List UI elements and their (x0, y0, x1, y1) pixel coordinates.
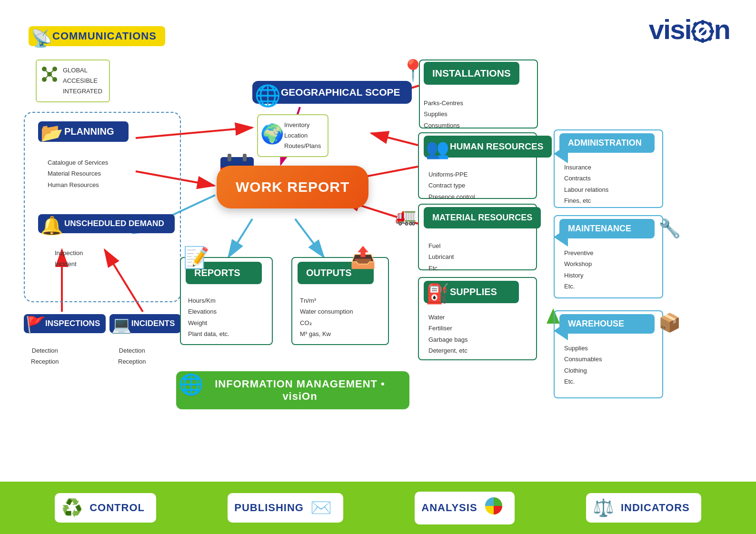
planning-box: 📂 PLANNING (38, 121, 129, 142)
outputs-box: 📤 OUTPUTS (298, 262, 374, 284)
human-label: HUMAN RESOURCES (450, 141, 543, 151)
bottom-indicators: ⚖️ INDICATORS (586, 493, 701, 523)
fuel-icon: ⛽ (426, 283, 449, 305)
inspections-text: Detection Reception (31, 345, 59, 367)
svg-line-35 (50, 74, 55, 79)
warehouse-box: 📦 WAREHOUSE (559, 314, 655, 334)
svg-line-7 (371, 133, 418, 145)
control-label: CONTROL (90, 502, 145, 514)
installations-label: INSTALLATIONS (432, 68, 511, 79)
geo-label: GEOGRAPHICAL SCOPE (281, 87, 400, 98)
indicators-label: INDICATORS (621, 502, 690, 514)
comm-sub-line2: ACCESIBLE (63, 76, 102, 86)
inspections-label: INSPECTIONS (45, 319, 100, 328)
unscheduled-label: UNSCHEDULED DEMAND (64, 219, 164, 228)
logo-gear-icon (690, 19, 715, 44)
computer-icon: 💻 (111, 315, 131, 334)
incidents-text: Detection Reception (118, 345, 146, 367)
globe-icon: 🌐 (255, 83, 281, 108)
communications-sub-box: GLOBAL ACCESIBLE INTEGRATED (36, 59, 110, 102)
flag-icon: 🚩 (26, 315, 46, 334)
warehouse-label: WAREHOUSE (568, 319, 624, 328)
svg-rect-18 (701, 20, 704, 25)
warehouse-text: Supplies Consumables Clothing Etc. (564, 343, 602, 387)
geo-sub-box: 🌍 Inventory Location Routes/Plans (257, 114, 328, 157)
svg-line-32 (44, 69, 50, 74)
human-resources-box: 👥 HUMAN RESOURCES (424, 136, 552, 158)
admin-label: ADMINISTRATION (568, 138, 642, 148)
installations-box: 📍 INSTALLATIONS (424, 62, 519, 85)
bottom-analysis: ANALYSIS (415, 492, 514, 524)
incidents-label: INCIDENTS (131, 319, 175, 328)
info-mgmt-icon: 🌐 (179, 373, 204, 396)
administration-box: 🖨 ADMINISTRATION (559, 133, 655, 153)
geo-scope-box: 🌐 GEOGRAPHICAL SCOPE (252, 81, 412, 104)
maintenance-box: 🔧 MAINTENANCE (559, 219, 655, 238)
svg-rect-20 (691, 30, 696, 33)
info-management-bar: 🌐 INFORMATION MANAGEMENT • visiOn (176, 371, 409, 409)
geo-sub-icon: 🌍 (260, 118, 284, 150)
human-resources-text: Uniforms-PPE Contract type Presence cont… (428, 169, 475, 202)
svg-line-11 (229, 219, 252, 257)
people-icon: 👥 (426, 138, 449, 160)
communications-label: COMMUNICATIONS (52, 30, 157, 42)
maintenance-label: MAINTENANCE (568, 224, 631, 233)
comm-sub-line1: GLOBAL (63, 65, 102, 76)
comm-sub-line3: INTEGRATED (63, 86, 102, 97)
outputs-text: Tn/m³ Water consumption CO₂ M³ gas, Kw (300, 295, 353, 340)
installations-text: Parks-Centres Supplies Consumtions (424, 98, 463, 131)
work-report-label: WORK REPORT (236, 179, 349, 195)
analysis-label: ANALYSIS (421, 502, 477, 514)
truck-icon: 🚛 (395, 206, 417, 226)
network-icon (40, 64, 59, 92)
outputs-label: OUTPUTS (306, 267, 352, 278)
unscheduled-text: Inspection Incident (55, 247, 83, 270)
svg-line-12 (295, 219, 324, 257)
outputs-icon: 📤 (350, 245, 376, 270)
svg-rect-41 (228, 154, 231, 161)
bell-icon: 🔔 (40, 215, 63, 236)
info-mgmt-label: INFORMATION MANAGEMENT • visiOn (215, 378, 385, 402)
material-resources-box: 🚛 MATERIAL RESOURCES (424, 207, 541, 228)
boxes-icon: 📦 (658, 312, 681, 333)
material-resources-text: Fuel Lubricant Etc. (428, 240, 454, 274)
work-report-box: WORK REPORT (217, 166, 368, 208)
planning-text: Catalogue of Services Material Resources… (48, 157, 108, 190)
control-icon: ♻️ (61, 498, 83, 518)
administration-text: Insurance Contracts Labour relations Fin… (564, 162, 608, 207)
supplies-box: ⛽ SUPPLIES (424, 281, 519, 303)
planning-icon: 📂 (40, 122, 63, 143)
communications-box: 📡 COMMUNICATIONS (29, 26, 165, 46)
analysis-icon (484, 496, 503, 520)
bottom-bar: ♻️ CONTROL PUBLISHING ✉️ ANALYSIS ⚖️ IND… (0, 482, 756, 534)
printer-icon: 🖨 (662, 129, 681, 151)
logo: visi n (649, 13, 730, 45)
material-label: MATERIAL RESOURCES (432, 213, 532, 222)
wrench-icon: 🔧 (658, 218, 681, 239)
svg-rect-19 (701, 38, 704, 43)
pin-icon: 📍 (400, 58, 426, 83)
reports-icon: 📝 (183, 245, 209, 270)
reports-box: 📝 REPORTS (186, 262, 262, 284)
bottom-control: ♻️ CONTROL (55, 493, 156, 523)
reports-text: Hours/Km Elevations Weight Plant data, e… (188, 295, 229, 340)
maintenance-text: Preventive Workshop History Etc. (564, 247, 593, 292)
publishing-icon: ✉️ (310, 498, 332, 518)
communications-icon: 📡 (31, 29, 52, 49)
indicators-icon: ⚖️ (593, 498, 614, 518)
svg-rect-21 (709, 30, 714, 33)
bottom-publishing: PUBLISHING ✉️ (228, 493, 343, 523)
supplies-text: Water Fertiliser Garbage bags Detergent,… (428, 312, 468, 356)
svg-line-33 (50, 69, 55, 74)
svg-rect-42 (243, 154, 247, 161)
incidents-box: 💻 INCIDENTS (109, 314, 181, 333)
supplies-label: SUPPLIES (450, 287, 497, 297)
publishing-label: PUBLISHING (234, 502, 304, 514)
svg-line-26 (697, 26, 708, 37)
unscheduled-box: 🔔 UNSCHEDULED DEMAND (38, 214, 175, 233)
svg-line-34 (44, 74, 50, 79)
inspections-box: 🚩 INSPECTIONS (24, 314, 106, 333)
planning-label: PLANNING (64, 126, 114, 137)
svg-text:JULY: JULY (230, 151, 244, 157)
